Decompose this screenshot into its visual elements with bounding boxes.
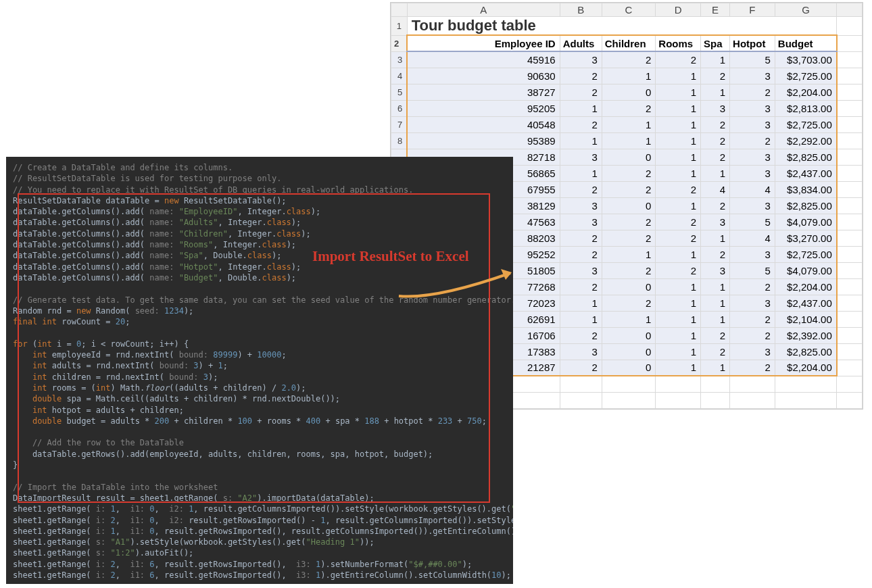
row-2[interactable]: 2 Employee ID Adults Children Rooms Spa …: [391, 35, 863, 51]
colhdr-F[interactable]: F: [730, 3, 775, 17]
title-cell[interactable]: Tour budget table: [407, 17, 837, 36]
rowhdr-2[interactable]: 2: [391, 35, 408, 51]
hdr-children[interactable]: Children: [602, 35, 656, 51]
colhdr-D[interactable]: D: [656, 3, 701, 17]
row-1[interactable]: 1 Tour budget table: [391, 17, 863, 36]
colhdr-G[interactable]: G: [775, 3, 836, 17]
table-row[interactable]: 4 9063021123$2,725.00: [391, 68, 863, 84]
colhdr-E[interactable]: E: [701, 3, 730, 17]
hdr-rooms[interactable]: Rooms: [656, 35, 701, 51]
table-row[interactable]: 3 4591632215$3,703.00: [391, 51, 863, 68]
table-row[interactable]: 7 4054821123$2,725.00: [391, 116, 863, 132]
hdr-empid[interactable]: Employee ID: [407, 35, 560, 51]
hdr-spa[interactable]: Spa: [701, 35, 730, 51]
colhdr-B[interactable]: B: [560, 3, 602, 17]
hdr-hotpot[interactable]: Hotpot: [730, 35, 775, 51]
annotation-label: Import ResultSet to Excel: [312, 248, 469, 265]
table-row[interactable]: 8 9538911122$2,292.00: [391, 132, 863, 149]
code-editor[interactable]: // Create a DataTable and define its col…: [6, 157, 513, 584]
table-row[interactable]: 6 9520512133$2,813.00: [391, 100, 863, 116]
white-bar: [80, 137, 242, 142]
colhdr-C[interactable]: C: [602, 3, 656, 17]
col-header-row: A B C D E F G: [391, 3, 863, 17]
colhdr-H[interactable]: [837, 3, 863, 17]
hdr-adults[interactable]: Adults: [560, 35, 602, 51]
hdr-budget[interactable]: Budget: [775, 35, 836, 51]
table-row[interactable]: 5 3872720112$2,204.00: [391, 84, 863, 100]
rowhdr-1[interactable]: 1: [391, 17, 408, 36]
corner-cell[interactable]: [391, 3, 408, 17]
colhdr-A[interactable]: A: [407, 3, 560, 17]
